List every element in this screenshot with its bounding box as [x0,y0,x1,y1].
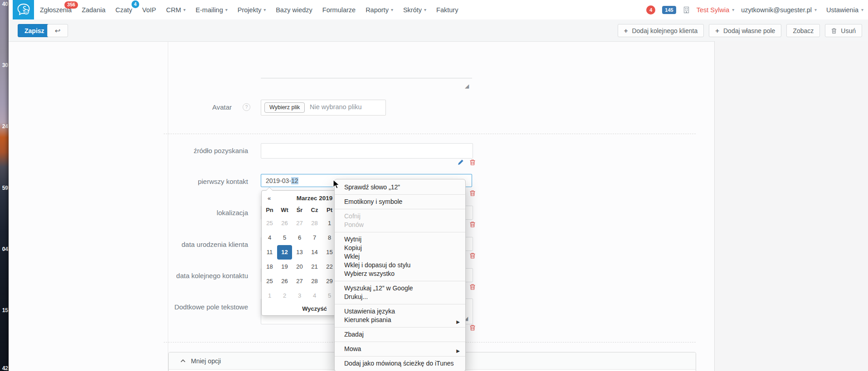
sugester-logo[interactable] [13,0,34,19]
nav-item[interactable]: Skróty ▾ [402,5,427,15]
help-icon[interactable]: ? [243,103,250,111]
calendar-day[interactable]: 6 [292,231,307,245]
nav-item-label: Zadania [82,6,105,14]
toolbar-right-buttons: + Dodaj kolejnego klienta + Dodaj własne… [618,24,862,37]
nav-item[interactable]: E-mailing ▾ [195,5,228,15]
calendar-day[interactable]: 27 [292,274,307,289]
trash-icon [831,28,837,34]
calendar-day[interactable]: 20 [292,260,307,274]
calendar-day[interactable]: 4 [262,231,277,245]
context-menu-item-label: Cofnij [344,212,361,220]
calendar-day[interactable]: 18 [262,260,277,274]
nav-item[interactable]: Zadania ▾ [81,5,106,15]
caret-down-icon: ▾ [814,8,817,12]
calendar-day[interactable]: 13 [292,245,307,260]
nav-item-label: Formularze [322,6,356,14]
context-menu-item[interactable]: Wklej i dopasuj do stylu ▶ [335,261,465,270]
day-of-week-label: Pn [262,204,277,216]
view-label: Zobacz [793,27,814,34]
calendar-day[interactable]: 25 [262,274,277,289]
nav-item[interactable]: Bazy wiedzy ▾ [275,5,313,15]
context-menu-item[interactable]: Wytnij ▶ [335,235,465,244]
nav-item[interactable]: Raporty ▾ [365,5,394,15]
delete-trash-icon[interactable] [469,190,476,196]
calendar-day[interactable]: 3 [292,289,307,303]
building-icon[interactable] [683,6,690,14]
context-menu-item[interactable]: Cofnij ▶ [335,212,465,221]
calendar-day[interactable]: 14 [307,245,322,260]
calendar-day[interactable]: 12 [277,245,292,260]
nav-item[interactable]: Czaty ▾ 4 [115,5,133,15]
calendar-day[interactable]: 28 [307,216,322,231]
avatar-file-input[interactable]: Wybierz plik Nie wybrano pliku [261,100,386,116]
calendar-day[interactable]: 27 [292,216,307,231]
nav-item[interactable]: CRM ▾ [165,5,186,15]
calendar-day[interactable]: 28 [307,274,322,289]
context-menu-item[interactable]: Zbadaj ▶ [335,330,465,339]
calendar-day[interactable]: 2 [277,289,292,303]
context-menu-item-label: Kopiuj [344,244,362,251]
nav-item[interactable]: VoIP ▾ [141,5,157,15]
add-next-client-button[interactable]: + Dodaj kolejnego klienta [618,24,704,37]
delete-button[interactable]: Usuń [825,24,862,37]
view-button[interactable]: Zobacz [786,24,820,37]
add-next-client-label: Dodaj kolejnego klienta [632,27,697,34]
context-menu-item-label: Ustawienia języka [344,308,395,315]
resize-grip-icon[interactable]: ◢ [465,83,469,89]
choose-file-button[interactable]: Wybierz plik [264,102,305,113]
alert-badge[interactable]: 4 [646,5,655,14]
wallpaper-number: 04 [2,246,8,252]
calendar-day[interactable]: 11 [262,245,277,260]
calendar-day[interactable]: 1 [262,289,277,303]
nav-item[interactable]: Formularze ▾ [322,5,356,15]
context-menu-item[interactable]: Dodaj jako mówioną ścieżkę do iTunes ▶ [335,359,465,368]
counter-badge[interactable]: 145 [662,6,676,14]
context-menu-item[interactable]: Ponów ▶ [335,221,465,229]
nav-item[interactable]: Zgłoszenia ▾ 356 [39,5,73,15]
field-label-lokalizacja: lokalizacja [118,208,248,217]
calendar-day[interactable]: 5 [277,231,292,245]
calendar-day[interactable]: 7 [307,231,322,245]
calendar-day[interactable]: 26 [277,216,292,231]
zrodlo-pozyskania-input[interactable] [261,143,473,159]
context-menu-item-label: Zbadaj [344,331,364,338]
add-custom-field-button[interactable]: + Dodaj własne pole [709,24,781,37]
delete-trash-icon[interactable] [469,159,476,165]
delete-trash-icon[interactable] [469,252,476,259]
context-menu-item[interactable]: Emotikony i symbole ▶ [335,198,465,206]
field-label-data-kolejnego: data kolejnego kontaktu [118,271,248,280]
edit-pencil-icon[interactable] [458,159,464,165]
caret-down-icon: ▾ [391,8,393,12]
context-menu-item-label: Wklej [344,253,360,260]
screen: 40302459041542 Zgłoszenia ▾ [0,0,868,371]
delete-trash-icon[interactable] [469,221,476,227]
context-menu-item[interactable]: Ustawienia języka ▶ [335,307,465,316]
calendar-day[interactable]: 4 [307,289,322,303]
settings-menu[interactable]: Ustawienia ▾ [824,6,863,14]
delete-trash-icon[interactable] [469,324,476,331]
calendar-day[interactable]: 21 [307,260,322,274]
context-menu-item[interactable]: Wybierz wszystko ▶ [335,270,465,278]
delete-trash-icon[interactable] [469,284,476,290]
calendar-day[interactable]: 26 [277,274,292,289]
back-button[interactable]: ↩ [47,24,68,37]
context-menu-item[interactable]: Mowa ▶ [335,345,465,353]
calendar-day[interactable]: 19 [277,260,292,274]
account-switcher[interactable]: Test Sylwia ▾ [697,6,735,14]
prev-month-icon[interactable]: « [262,195,277,202]
user-menu[interactable]: uzytkownik@sugester.pl ▾ [741,6,817,14]
context-menu-item[interactable]: Wklej ▶ [335,252,465,261]
context-menu-item[interactable]: Drukuj... ▶ [335,293,465,301]
nav-item[interactable]: Projekty ▾ [237,5,267,15]
save-button[interactable]: Zapisz [18,24,51,37]
context-menu-item[interactable]: Kierunek pisania ▶ [335,316,465,324]
account-name: Test Sylwia [697,6,730,14]
context-menu-item[interactable]: Kopiuj ▶ [335,244,465,252]
submenu-arrow-icon: ▶ [456,318,460,326]
nav-item[interactable]: Faktury ▾ [435,5,459,15]
context-menu-item[interactable]: Wyszukaj „12” w Google ▶ [335,284,465,293]
field-label-data-urodzenia: data urodzenia klienta [118,240,248,249]
calendar-day[interactable]: 25 [262,216,277,231]
context-menu-item[interactable]: Sprawdź słowo „12” ▶ [335,183,465,192]
avatar-field-label: Avatar [118,103,232,111]
